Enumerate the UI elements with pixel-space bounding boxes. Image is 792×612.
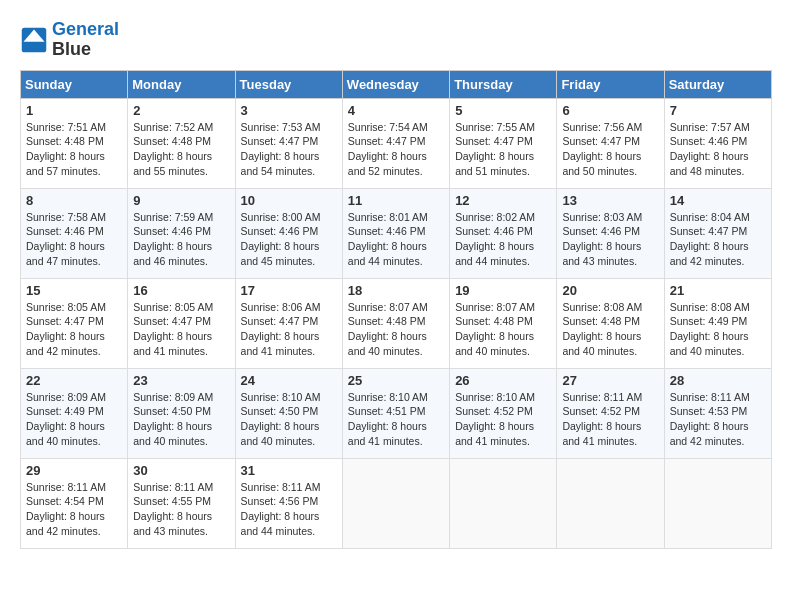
- cell-info: Sunrise: 8:08 AMSunset: 4:48 PMDaylight:…: [562, 301, 642, 357]
- day-cell: 2 Sunrise: 7:52 AMSunset: 4:48 PMDayligh…: [128, 98, 235, 188]
- day-number: 5: [455, 103, 551, 118]
- day-number: 28: [670, 373, 766, 388]
- day-cell: 6 Sunrise: 7:56 AMSunset: 4:47 PMDayligh…: [557, 98, 664, 188]
- cell-info: Sunrise: 8:10 AMSunset: 4:51 PMDaylight:…: [348, 391, 428, 447]
- cell-info: Sunrise: 8:06 AMSunset: 4:47 PMDaylight:…: [241, 301, 321, 357]
- logo-icon: [20, 26, 48, 54]
- day-cell: 29 Sunrise: 8:11 AMSunset: 4:54 PMDaylig…: [21, 458, 128, 548]
- day-number: 24: [241, 373, 337, 388]
- day-number: 26: [455, 373, 551, 388]
- weekday-header-saturday: Saturday: [664, 70, 771, 98]
- day-cell: 19 Sunrise: 8:07 AMSunset: 4:48 PMDaylig…: [450, 278, 557, 368]
- day-number: 9: [133, 193, 229, 208]
- cell-info: Sunrise: 7:51 AMSunset: 4:48 PMDaylight:…: [26, 121, 106, 177]
- day-cell: 18 Sunrise: 8:07 AMSunset: 4:48 PMDaylig…: [342, 278, 449, 368]
- page-header: General Blue: [20, 20, 772, 60]
- cell-info: Sunrise: 8:11 AMSunset: 4:53 PMDaylight:…: [670, 391, 750, 447]
- cell-info: Sunrise: 8:11 AMSunset: 4:54 PMDaylight:…: [26, 481, 106, 537]
- day-cell: 26 Sunrise: 8:10 AMSunset: 4:52 PMDaylig…: [450, 368, 557, 458]
- day-cell: 5 Sunrise: 7:55 AMSunset: 4:47 PMDayligh…: [450, 98, 557, 188]
- weekday-header-friday: Friday: [557, 70, 664, 98]
- cell-info: Sunrise: 8:01 AMSunset: 4:46 PMDaylight:…: [348, 211, 428, 267]
- day-number: 30: [133, 463, 229, 478]
- cell-info: Sunrise: 8:04 AMSunset: 4:47 PMDaylight:…: [670, 211, 750, 267]
- cell-info: Sunrise: 8:09 AMSunset: 4:49 PMDaylight:…: [26, 391, 106, 447]
- day-number: 20: [562, 283, 658, 298]
- day-cell: 30 Sunrise: 8:11 AMSunset: 4:55 PMDaylig…: [128, 458, 235, 548]
- day-number: 4: [348, 103, 444, 118]
- cell-info: Sunrise: 7:55 AMSunset: 4:47 PMDaylight:…: [455, 121, 535, 177]
- cell-info: Sunrise: 8:10 AMSunset: 4:50 PMDaylight:…: [241, 391, 321, 447]
- cell-info: Sunrise: 8:09 AMSunset: 4:50 PMDaylight:…: [133, 391, 213, 447]
- day-cell: 25 Sunrise: 8:10 AMSunset: 4:51 PMDaylig…: [342, 368, 449, 458]
- day-number: 22: [26, 373, 122, 388]
- day-number: 29: [26, 463, 122, 478]
- day-cell: 3 Sunrise: 7:53 AMSunset: 4:47 PMDayligh…: [235, 98, 342, 188]
- week-row-3: 15 Sunrise: 8:05 AMSunset: 4:47 PMDaylig…: [21, 278, 772, 368]
- cell-info: Sunrise: 7:57 AMSunset: 4:46 PMDaylight:…: [670, 121, 750, 177]
- cell-info: Sunrise: 8:03 AMSunset: 4:46 PMDaylight:…: [562, 211, 642, 267]
- day-cell: 13 Sunrise: 8:03 AMSunset: 4:46 PMDaylig…: [557, 188, 664, 278]
- day-number: 16: [133, 283, 229, 298]
- day-cell: 9 Sunrise: 7:59 AMSunset: 4:46 PMDayligh…: [128, 188, 235, 278]
- day-cell: 22 Sunrise: 8:09 AMSunset: 4:49 PMDaylig…: [21, 368, 128, 458]
- day-cell: [557, 458, 664, 548]
- day-cell: 31 Sunrise: 8:11 AMSunset: 4:56 PMDaylig…: [235, 458, 342, 548]
- day-cell: 8 Sunrise: 7:58 AMSunset: 4:46 PMDayligh…: [21, 188, 128, 278]
- logo-text: General Blue: [52, 20, 119, 60]
- calendar-table: SundayMondayTuesdayWednesdayThursdayFrid…: [20, 70, 772, 549]
- day-number: 10: [241, 193, 337, 208]
- weekday-header-tuesday: Tuesday: [235, 70, 342, 98]
- cell-info: Sunrise: 8:02 AMSunset: 4:46 PMDaylight:…: [455, 211, 535, 267]
- cell-info: Sunrise: 7:52 AMSunset: 4:48 PMDaylight:…: [133, 121, 213, 177]
- week-row-2: 8 Sunrise: 7:58 AMSunset: 4:46 PMDayligh…: [21, 188, 772, 278]
- day-cell: [664, 458, 771, 548]
- day-number: 27: [562, 373, 658, 388]
- day-number: 13: [562, 193, 658, 208]
- day-cell: 24 Sunrise: 8:10 AMSunset: 4:50 PMDaylig…: [235, 368, 342, 458]
- cell-info: Sunrise: 8:11 AMSunset: 4:52 PMDaylight:…: [562, 391, 642, 447]
- day-cell: 1 Sunrise: 7:51 AMSunset: 4:48 PMDayligh…: [21, 98, 128, 188]
- day-number: 3: [241, 103, 337, 118]
- weekday-header-sunday: Sunday: [21, 70, 128, 98]
- cell-info: Sunrise: 7:53 AMSunset: 4:47 PMDaylight:…: [241, 121, 321, 177]
- day-cell: 11 Sunrise: 8:01 AMSunset: 4:46 PMDaylig…: [342, 188, 449, 278]
- cell-info: Sunrise: 8:10 AMSunset: 4:52 PMDaylight:…: [455, 391, 535, 447]
- day-number: 2: [133, 103, 229, 118]
- day-cell: 17 Sunrise: 8:06 AMSunset: 4:47 PMDaylig…: [235, 278, 342, 368]
- day-number: 21: [670, 283, 766, 298]
- day-cell: 4 Sunrise: 7:54 AMSunset: 4:47 PMDayligh…: [342, 98, 449, 188]
- day-cell: 15 Sunrise: 8:05 AMSunset: 4:47 PMDaylig…: [21, 278, 128, 368]
- cell-info: Sunrise: 7:56 AMSunset: 4:47 PMDaylight:…: [562, 121, 642, 177]
- day-number: 1: [26, 103, 122, 118]
- day-cell: [450, 458, 557, 548]
- weekday-header-wednesday: Wednesday: [342, 70, 449, 98]
- week-row-1: 1 Sunrise: 7:51 AMSunset: 4:48 PMDayligh…: [21, 98, 772, 188]
- cell-info: Sunrise: 7:58 AMSunset: 4:46 PMDaylight:…: [26, 211, 106, 267]
- day-number: 19: [455, 283, 551, 298]
- day-cell: 20 Sunrise: 8:08 AMSunset: 4:48 PMDaylig…: [557, 278, 664, 368]
- day-cell: 7 Sunrise: 7:57 AMSunset: 4:46 PMDayligh…: [664, 98, 771, 188]
- day-cell: 23 Sunrise: 8:09 AMSunset: 4:50 PMDaylig…: [128, 368, 235, 458]
- day-number: 11: [348, 193, 444, 208]
- day-cell: [342, 458, 449, 548]
- day-cell: 14 Sunrise: 8:04 AMSunset: 4:47 PMDaylig…: [664, 188, 771, 278]
- cell-info: Sunrise: 8:08 AMSunset: 4:49 PMDaylight:…: [670, 301, 750, 357]
- cell-info: Sunrise: 8:11 AMSunset: 4:55 PMDaylight:…: [133, 481, 213, 537]
- day-number: 25: [348, 373, 444, 388]
- day-number: 12: [455, 193, 551, 208]
- day-cell: 21 Sunrise: 8:08 AMSunset: 4:49 PMDaylig…: [664, 278, 771, 368]
- day-number: 7: [670, 103, 766, 118]
- week-row-5: 29 Sunrise: 8:11 AMSunset: 4:54 PMDaylig…: [21, 458, 772, 548]
- day-number: 14: [670, 193, 766, 208]
- cell-info: Sunrise: 8:05 AMSunset: 4:47 PMDaylight:…: [26, 301, 106, 357]
- day-number: 23: [133, 373, 229, 388]
- day-number: 31: [241, 463, 337, 478]
- day-cell: 28 Sunrise: 8:11 AMSunset: 4:53 PMDaylig…: [664, 368, 771, 458]
- cell-info: Sunrise: 8:11 AMSunset: 4:56 PMDaylight:…: [241, 481, 321, 537]
- weekday-header-monday: Monday: [128, 70, 235, 98]
- day-cell: 12 Sunrise: 8:02 AMSunset: 4:46 PMDaylig…: [450, 188, 557, 278]
- logo: General Blue: [20, 20, 119, 60]
- day-cell: 16 Sunrise: 8:05 AMSunset: 4:47 PMDaylig…: [128, 278, 235, 368]
- day-number: 8: [26, 193, 122, 208]
